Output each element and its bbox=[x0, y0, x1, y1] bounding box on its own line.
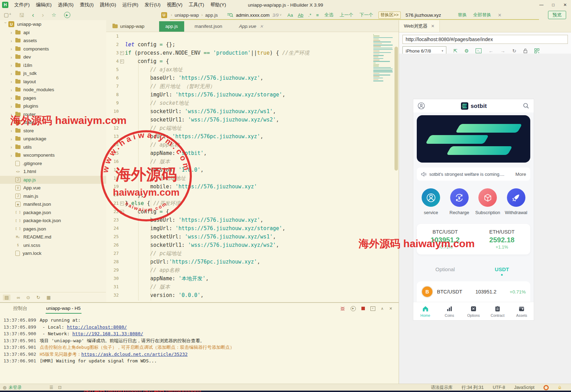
fold-gutter[interactable] bbox=[119, 283, 125, 291]
tree-file-App.vue[interactable]: VApp.vue bbox=[0, 184, 106, 192]
new-file-icon[interactable]: ▢⁺ bbox=[4, 12, 11, 18]
syntax-library-label[interactable]: 语法提示库 bbox=[431, 385, 453, 391]
minimize-button[interactable]: — bbox=[535, 2, 547, 7]
subscription-button[interactable]: Subscription bbox=[474, 188, 502, 215]
market-eth[interactable]: ETH/USDT 2592.18 +1.1% bbox=[474, 224, 530, 254]
hero-banner[interactable] bbox=[417, 115, 530, 163]
tree-folder-api[interactable]: ›api bbox=[0, 29, 106, 37]
fold-gutter[interactable] bbox=[119, 132, 125, 141]
replace-input[interactable]: 576.jiuzhouw.xyz bbox=[406, 13, 441, 18]
line-number[interactable]: 12 bbox=[106, 124, 119, 132]
back-icon[interactable]: ‹ bbox=[32, 11, 34, 19]
menu-item-1[interactable]: 编辑(E) bbox=[36, 2, 52, 8]
line-number[interactable]: 7 bbox=[106, 82, 119, 91]
explorer-refresh-icon[interactable]: ↻ bbox=[36, 295, 40, 300]
stop-icon[interactable] bbox=[361, 307, 365, 310]
devtools-console-icon[interactable]: >_ bbox=[476, 48, 482, 53]
profile-icon[interactable] bbox=[417, 102, 425, 110]
tab-uniapp-wap-h5[interactable]: uniapp-wap - H5 bbox=[46, 304, 81, 314]
language-mode-label[interactable]: JavaScript bbox=[514, 385, 534, 390]
line-number[interactable]: 25 bbox=[106, 233, 119, 241]
close-browser-tab-icon[interactable]: ✕ bbox=[431, 24, 435, 29]
tree-folder-store[interactable]: ›store bbox=[0, 127, 106, 135]
tree-folder-wxcomponents[interactable]: ›wxcomponents bbox=[0, 151, 106, 159]
tree-file-pages.json[interactable]: [ ]pages.json bbox=[0, 225, 106, 233]
fold-gutter[interactable] bbox=[119, 157, 125, 166]
menu-item-2[interactable]: 选择(S) bbox=[58, 2, 73, 8]
line-number[interactable]: 13 bbox=[106, 132, 119, 141]
line-number[interactable]: 4 bbox=[106, 57, 119, 65]
watchlist-row[interactable]: B BTC/USDT 103951.2 +0.71% bbox=[417, 281, 530, 302]
fold-gutter[interactable] bbox=[119, 74, 125, 82]
task-list-icon[interactable]: ☰ bbox=[49, 385, 53, 390]
fold-gutter[interactable] bbox=[119, 40, 125, 49]
line-number[interactable]: 6 bbox=[106, 74, 119, 82]
minimap[interactable] bbox=[373, 34, 393, 82]
nav-home[interactable]: Home bbox=[413, 302, 437, 320]
explorer-files-icon[interactable]: ▤ bbox=[3, 295, 10, 300]
fold-gutter[interactable] bbox=[119, 224, 125, 233]
nav-coins[interactable]: Coins bbox=[437, 302, 461, 320]
editor-scrollbar[interactable] bbox=[394, 47, 398, 171]
log-link[interactable]: http://localhost:8080/ bbox=[67, 324, 127, 330]
line-number[interactable]: 26 bbox=[106, 241, 119, 249]
line-number[interactable]: 5 bbox=[106, 65, 119, 74]
nav-back-icon[interactable]: ← bbox=[488, 48, 493, 54]
fold-gutter[interactable] bbox=[119, 199, 125, 207]
fold-gutter[interactable] bbox=[119, 191, 125, 199]
open-external-icon[interactable]: ⇱ bbox=[453, 48, 457, 54]
debug-bug-icon[interactable] bbox=[340, 306, 345, 311]
line-number[interactable]: 2 bbox=[106, 40, 119, 49]
fold-gutter[interactable] bbox=[119, 82, 125, 91]
line-number[interactable]: 17 bbox=[106, 166, 119, 174]
line-number[interactable]: 27 bbox=[106, 249, 119, 258]
tree-folder-static[interactable]: ›static bbox=[0, 118, 106, 127]
fold-gutter[interactable] bbox=[119, 182, 125, 191]
maximize-button[interactable]: □ bbox=[547, 2, 559, 7]
line-number[interactable]: 20 bbox=[106, 191, 119, 199]
lock-icon[interactable] bbox=[523, 48, 527, 53]
nav-contract[interactable]: Contract bbox=[486, 302, 510, 320]
fold-gutter[interactable] bbox=[119, 233, 125, 241]
code-area[interactable]: 12let config = {};3if (process.env.NODE_… bbox=[106, 32, 399, 303]
menu-item-9[interactable]: 帮助(Y) bbox=[210, 2, 226, 8]
gear-icon[interactable]: ⚙ bbox=[464, 48, 469, 54]
close-tab-icon[interactable]: ✕ bbox=[260, 24, 263, 29]
login-status[interactable]: 未登录 bbox=[8, 385, 22, 391]
fold-gutter[interactable] bbox=[119, 241, 125, 249]
service-button[interactable]: service bbox=[417, 188, 445, 215]
sync-status-icon[interactable] bbox=[543, 385, 549, 390]
tab-optional[interactable]: Optional bbox=[417, 266, 474, 276]
line-number[interactable]: 30 bbox=[106, 274, 119, 283]
fold-gutter[interactable] bbox=[119, 65, 125, 74]
fold-gutter[interactable] bbox=[119, 291, 125, 299]
run-console-icon[interactable]: ▶ bbox=[351, 306, 356, 311]
tree-folder-unpackage[interactable]: ›unpackage bbox=[0, 135, 106, 143]
regex-toggle[interactable]: .* bbox=[308, 13, 311, 18]
replace-button[interactable]: 替换 bbox=[458, 12, 467, 18]
tab-manifest-json[interactable]: manifest.json bbox=[188, 21, 229, 32]
line-number[interactable]: 29 bbox=[106, 266, 119, 274]
tree-file-package.json[interactable]: [ ]package.json bbox=[0, 209, 106, 217]
search-input[interactable]: admin.xxxx.com bbox=[236, 13, 269, 18]
nav-forward-icon[interactable]: → bbox=[500, 48, 505, 54]
line-number[interactable]: 21 bbox=[106, 199, 119, 207]
forward-icon[interactable]: › bbox=[42, 11, 44, 19]
fold-gutter[interactable] bbox=[119, 141, 125, 149]
breadcrumb-file[interactable]: app.js bbox=[205, 13, 218, 18]
project-explorer[interactable]: ›Uuniapp-wap›api›assets›components›dev›i… bbox=[0, 20, 107, 302]
more-link[interactable]: More bbox=[515, 172, 526, 177]
previous-button[interactable]: 上一个 bbox=[340, 12, 353, 18]
chevron-down-icon[interactable]: ˅ bbox=[280, 13, 281, 17]
fold-gutter[interactable] bbox=[119, 249, 125, 258]
log-link[interactable]: http://192.168.31.33:8080/ bbox=[72, 331, 143, 336]
fold-gutter[interactable] bbox=[119, 32, 125, 40]
fold-marker-icon[interactable] bbox=[120, 51, 124, 55]
next-button[interactable]: 下一个 bbox=[360, 12, 373, 18]
run-icon[interactable]: ▶ bbox=[64, 12, 70, 18]
tree-file-1.html[interactable]: <>1.html bbox=[0, 167, 106, 176]
log-link[interactable]: https://ask.dcloud.net.cn/article/35232 bbox=[81, 352, 188, 357]
qr-code-icon[interactable] bbox=[534, 48, 539, 53]
fold-gutter[interactable] bbox=[119, 99, 125, 107]
fold-gutter[interactable] bbox=[119, 166, 125, 174]
